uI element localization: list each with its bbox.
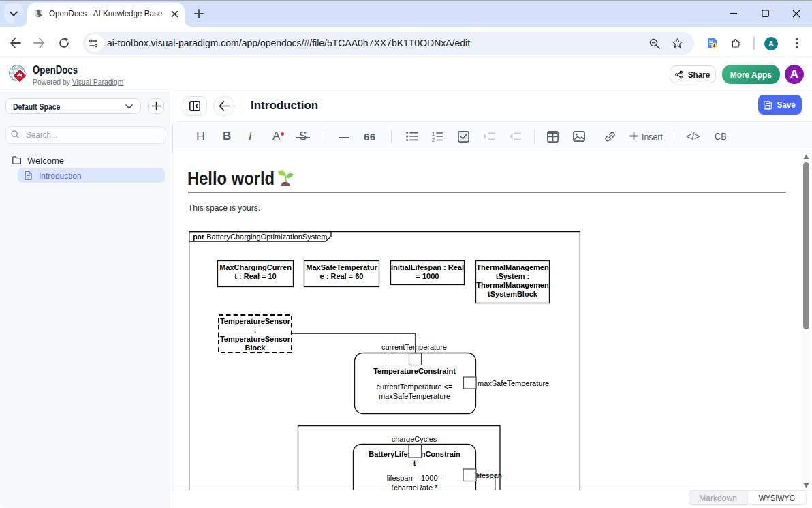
svg-text:maxSafeTemperature: maxSafeTemperature <box>379 392 450 400</box>
svg-text:chargeCycles: chargeCycles <box>392 435 437 443</box>
svg-text:lifespan = 1000 -: lifespan = 1000 - <box>387 474 443 482</box>
svg-text:lifespan: lifespan <box>476 471 502 479</box>
svg-text:MaxSafeTemperatur: MaxSafeTemperatur <box>306 263 377 271</box>
svg-text:tSystem :: tSystem : <box>496 272 530 280</box>
svg-text:t: t <box>413 459 416 467</box>
svg-text:Block: Block <box>245 344 266 352</box>
svg-text:TemperatureSensor: TemperatureSensor <box>220 335 291 343</box>
svg-text:TemperatureConstraint: TemperatureConstraint <box>373 367 456 375</box>
svg-text:currentTemperature: currentTemperature <box>381 343 447 351</box>
svg-text:par BatteryChargingOptimizatio: par BatteryChargingOptimizationSystem <box>193 233 327 241</box>
svg-text:tSystemBlock: tSystemBlock <box>488 290 538 298</box>
svg-text:e : Real = 60: e : Real = 60 <box>320 272 364 280</box>
svg-text:TemperatureSensor: TemperatureSensor <box>220 317 291 325</box>
svg-text:maxSafeTemperature: maxSafeTemperature <box>478 379 549 387</box>
svg-text:2: 2 <box>432 137 435 143</box>
svg-text::: : <box>254 326 257 334</box>
svg-text:ThermalManagemen: ThermalManagemen <box>476 263 549 271</box>
svg-text:MaxChargingCurren: MaxChargingCurren <box>219 263 292 271</box>
svg-text:1: 1 <box>432 131 435 137</box>
svg-text:= 1000: = 1000 <box>416 272 439 280</box>
svg-text:(chargeRate *: (chargeRate * <box>392 483 439 490</box>
svg-text:InitialLifespan : Real: InitialLifespan : Real <box>391 263 464 271</box>
svg-text:ThermalManagemen: ThermalManagemen <box>476 281 549 289</box>
svg-text:currentTemperature <=: currentTemperature <= <box>377 383 453 391</box>
svg-text:t : Real = 10: t : Real = 10 <box>234 272 276 280</box>
